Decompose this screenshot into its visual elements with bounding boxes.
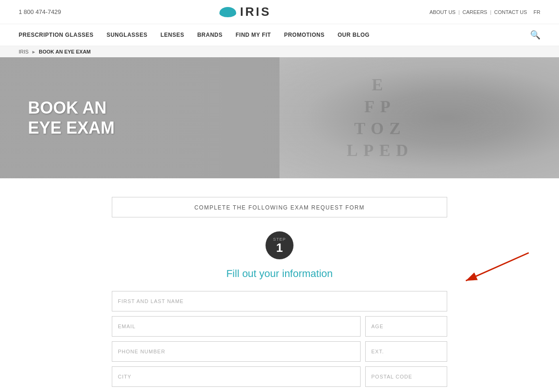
careers-link[interactable]: CAREERS [463,9,487,15]
breadcrumb-home[interactable]: IRIS [19,49,28,54]
hero-eye-image [280,57,559,178]
hero-title: BOOK AN EYE EXAM [28,98,115,138]
email-age-row [112,316,447,337]
form-section-title: COMPLETE THE FOLLOWING EXAM REQUEST FORM [194,204,365,211]
step-indicator: STEP 1 [266,231,293,259]
nav-sunglasses[interactable]: SUNGLASSES [107,32,148,38]
search-icon[interactable]: 🔍 [530,30,540,40]
breadcrumb: IRIS ► BOOK AN EYE EXAM [0,46,559,57]
phone-number: 1 800 474-7429 [19,8,61,15]
name-input[interactable] [112,291,447,311]
logo: IRIS [219,5,271,19]
hero-banner: E FP TOZ LPED BOOK AN EYE EXAM [0,57,559,178]
svg-line-1 [466,253,529,281]
postal-input[interactable] [365,366,447,387]
contact-link[interactable]: CONTACT US [494,9,527,15]
form-section: COMPLETE THE FOLLOWING EXAM REQUEST FORM… [102,178,457,392]
breadcrumb-chevron: ► [31,49,36,54]
breadcrumb-current: BOOK AN EYE EXAM [39,49,90,54]
city-postal-row [112,366,447,387]
name-row [112,291,447,311]
ext-input[interactable] [365,341,447,362]
city-input[interactable] [112,366,361,387]
step-number: 1 [276,242,283,254]
nav-find-my-fit[interactable]: FIND MY FIT [236,32,271,38]
fr-link[interactable]: FR [533,9,540,15]
nav-our-blog[interactable]: OUR BLOG [338,32,370,38]
form-fields [112,291,447,387]
form-title-bar: COMPLETE THE FOLLOWING EXAM REQUEST FORM [112,197,447,217]
nav-links: PRESCRIPTION GLASSES SUNGLASSES LENSES B… [19,32,369,38]
phone-input[interactable] [112,341,361,362]
sep1: | [458,9,460,15]
hero-text: BOOK AN EYE EXAM [0,98,115,138]
logo-text: IRIS [240,5,271,19]
nav-brands[interactable]: BRANDS [197,32,222,38]
sep2: | [490,9,491,15]
logo-icon [219,7,236,17]
arrow-annotation [457,250,531,288]
nav-bar: PRESCRIPTION GLASSES SUNGLASSES LENSES B… [0,24,559,46]
age-input[interactable] [365,316,447,337]
nav-prescription[interactable]: PRESCRIPTION GLASSES [19,32,94,38]
top-bar: 1 800 474-7429 IRIS ABOUT US | CAREERS |… [0,0,559,24]
top-links: ABOUT US | CAREERS | CONTACT US FR [429,9,540,15]
nav-promotions[interactable]: PROMOTIONS [284,32,325,38]
about-link[interactable]: ABOUT US [429,9,456,15]
form-subtitle: Fill out your information [112,268,447,280]
email-input[interactable] [112,316,361,337]
phone-ext-row [112,341,447,362]
nav-lenses[interactable]: LENSES [160,32,184,38]
